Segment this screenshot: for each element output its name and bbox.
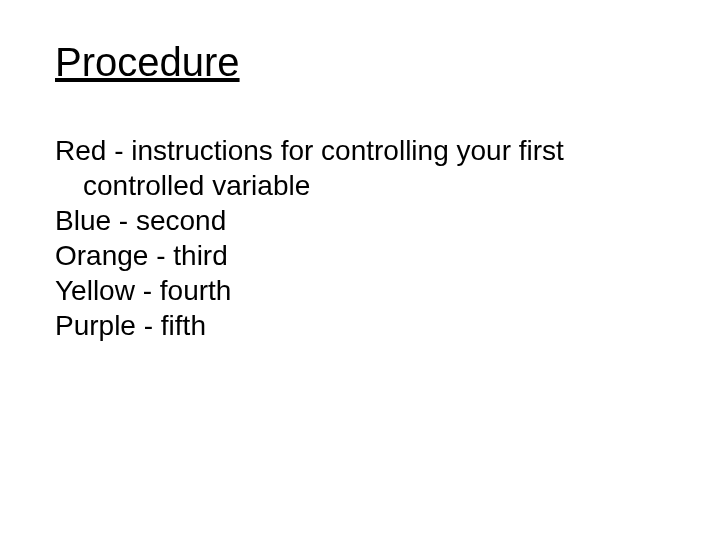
line-orange: Orange - third — [55, 238, 665, 273]
page-title: Procedure — [55, 40, 665, 85]
line-blue: Blue - second — [55, 203, 665, 238]
line-purple: Purple - fifth — [55, 308, 665, 343]
line-red-continuation: controlled variable — [55, 168, 665, 203]
line-red: Red - instructions for controlling your … — [55, 133, 665, 168]
line-yellow: Yellow - fourth — [55, 273, 665, 308]
procedure-body: Red - instructions for controlling your … — [55, 133, 665, 343]
